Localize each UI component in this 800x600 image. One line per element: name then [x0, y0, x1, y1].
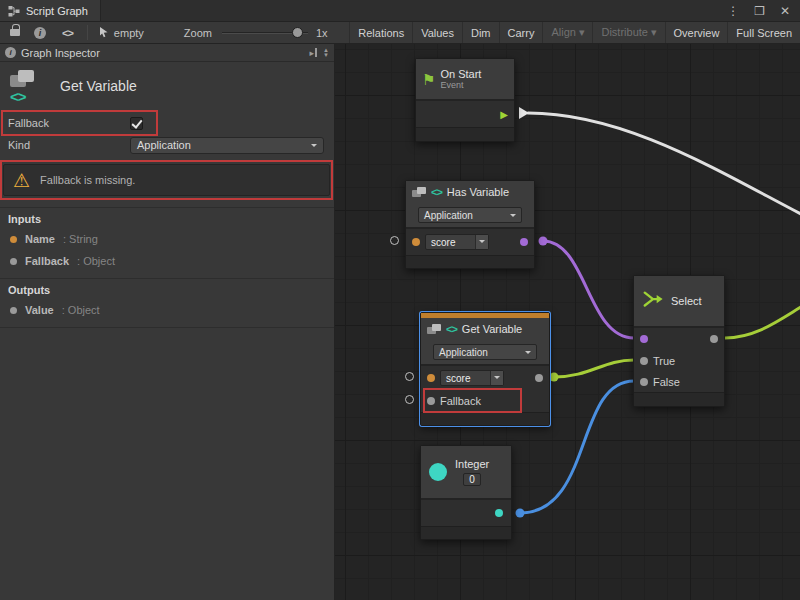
tab-script-graph[interactable]: Script Graph	[0, 0, 101, 21]
kind-value: Application	[439, 347, 488, 358]
variable-name-field[interactable]: score	[425, 234, 489, 250]
kind-value: Application	[137, 139, 191, 151]
lock-icon[interactable]	[10, 29, 20, 36]
values-button[interactable]: Values	[412, 22, 462, 43]
script-graph-icon	[8, 5, 20, 17]
node-header: Integer 0	[421, 446, 511, 498]
wire-getvariable-to-select-true[interactable]	[554, 360, 634, 377]
zoom-slider-handle[interactable]	[292, 27, 303, 38]
unconnected-port-circle[interactable]	[405, 395, 414, 404]
info-icon: i	[5, 47, 16, 58]
name-input-port[interactable]	[412, 238, 420, 246]
true-port-label: True	[653, 355, 675, 367]
port-name: Name	[25, 233, 55, 245]
fallback-input-port[interactable]	[427, 397, 435, 405]
port-row: score	[406, 229, 534, 255]
inputs-header: Inputs	[0, 208, 334, 228]
unit-title-block: <> Get Variable	[0, 62, 334, 112]
script-graph-window: Script Graph ⋮ ❒ ✕ i <> empty Zoom 1x Re…	[0, 0, 800, 600]
false-port-label: False	[653, 376, 680, 388]
variables-icon	[427, 323, 441, 335]
condition-input-port[interactable]	[640, 335, 648, 343]
purple-port-dot[interactable]	[539, 237, 548, 246]
integer-output-port[interactable]	[495, 509, 503, 517]
graph-canvas[interactable]: ⚑ On Start Event ▶ <> Has Variable App	[335, 44, 800, 600]
wire-hasvariable-to-select[interactable]	[543, 241, 634, 338]
control-port-triangle[interactable]	[519, 107, 529, 119]
scroll-spinner-icon[interactable]: ▲▼	[323, 48, 329, 58]
close-icon[interactable]: ✕	[780, 4, 790, 18]
overview-button[interactable]: Overview	[665, 22, 728, 43]
fallback-checkbox[interactable]	[130, 117, 143, 130]
port-name: Value	[25, 304, 54, 316]
node-subtitle: Event	[440, 80, 481, 90]
window-controls: ⋮ ❒ ✕	[727, 0, 800, 21]
node-footer	[406, 255, 534, 268]
port-row: score	[421, 366, 549, 390]
flag-icon: ⚑	[422, 72, 435, 87]
combo-dropdown-button[interactable]	[475, 235, 488, 249]
select-icon	[642, 289, 664, 313]
wire-control-onstart[interactable]	[528, 113, 800, 214]
fallback-label: Fallback	[8, 117, 130, 129]
fallback-port-label: Fallback	[440, 395, 481, 407]
node-title: On Start	[440, 68, 481, 80]
kind-label: Kind	[8, 139, 130, 151]
true-input-port[interactable]	[640, 357, 648, 365]
node-header: <> Has Variable	[406, 181, 534, 203]
port-row	[421, 500, 511, 526]
unit-title: Get Variable	[60, 78, 137, 112]
control-output-arrow-icon[interactable]: ▶	[500, 109, 508, 120]
node-title: Select	[671, 295, 702, 307]
combo-dropdown-button[interactable]	[490, 371, 503, 385]
output-row-value: Value : Object	[0, 299, 334, 321]
false-input-port[interactable]	[640, 378, 648, 386]
dropdown-arrow-icon	[525, 351, 531, 357]
dock-panel-icon[interactable]: ▸	[310, 48, 318, 58]
unconnected-port-circle[interactable]	[405, 372, 414, 381]
kind-dropdown[interactable]: Application	[418, 207, 522, 223]
distribute-button: Distribute ▾	[592, 22, 664, 43]
false-port-row: False	[634, 371, 724, 392]
node-title: Integer	[455, 458, 489, 470]
node-has-variable[interactable]: <> Has Variable Application score	[405, 180, 535, 269]
zoom-slider[interactable]	[222, 22, 308, 44]
port-name: Fallback	[25, 255, 69, 267]
bool-output-port[interactable]	[520, 238, 528, 246]
node-get-variable[interactable]: <> Get Variable Application score	[420, 312, 550, 426]
kind-dropdown[interactable]: Application	[130, 137, 324, 154]
integer-value-field[interactable]: 0	[463, 473, 481, 486]
cursor-icon	[98, 26, 109, 40]
node-on-start[interactable]: ⚑ On Start Event ▶	[415, 58, 515, 142]
kind-row: Application	[421, 340, 549, 364]
wire-select-output[interactable]	[725, 307, 800, 338]
zoom-value: 1x	[316, 27, 328, 39]
input-row-name: Name : String	[0, 228, 334, 250]
fullscreen-button[interactable]: Full Screen	[727, 22, 800, 43]
maximize-icon[interactable]: ❒	[754, 4, 765, 18]
blue-port-dot[interactable]	[516, 509, 525, 518]
selection-output-port[interactable]	[710, 335, 718, 343]
info-icon[interactable]: i	[34, 27, 46, 39]
code-icon[interactable]: <>	[62, 27, 73, 39]
unconnected-port-circle[interactable]	[390, 236, 399, 245]
node-integer[interactable]: Integer 0	[420, 445, 512, 540]
name-input-port[interactable]	[427, 374, 435, 382]
dim-button[interactable]: Dim	[462, 22, 499, 43]
relations-button[interactable]: Relations	[349, 22, 412, 43]
code-icon: <>	[431, 186, 442, 198]
variable-name-value: score	[441, 371, 490, 385]
node-header: Select	[634, 276, 724, 326]
object-port-icon	[10, 258, 17, 265]
value-output-port[interactable]	[535, 374, 543, 382]
kebab-menu-icon[interactable]: ⋮	[727, 4, 739, 18]
green-port-dot[interactable]	[550, 373, 559, 382]
fallback-toggle-row: Fallback	[0, 112, 334, 134]
variable-name-field[interactable]: score	[440, 370, 504, 386]
variable-name-value: score	[426, 235, 475, 249]
kind-dropdown[interactable]: Application	[433, 344, 537, 360]
carry-button[interactable]: Carry	[499, 22, 543, 43]
variables-icon	[412, 186, 426, 198]
titlebar: Script Graph ⋮ ❒ ✕	[0, 0, 800, 22]
node-select[interactable]: Select True False	[633, 275, 725, 407]
